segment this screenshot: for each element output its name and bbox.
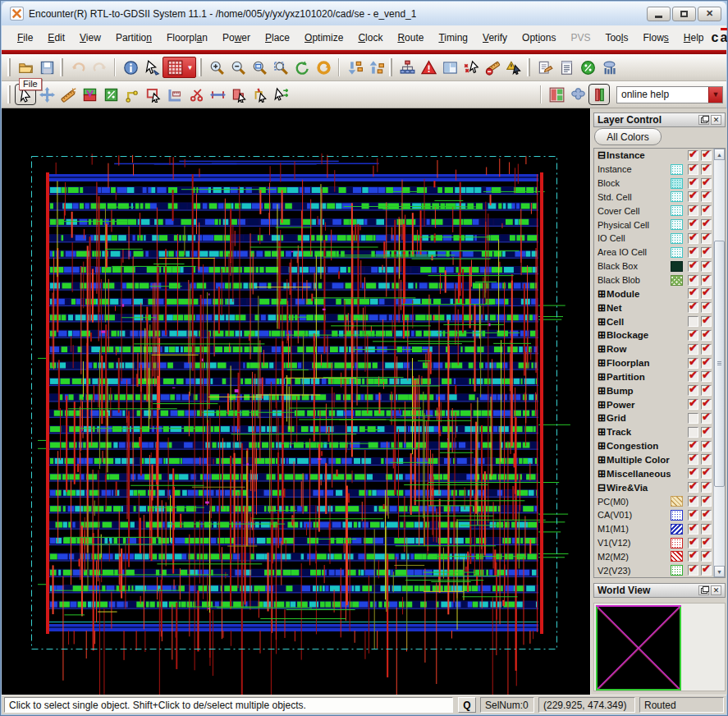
visible-checkbox[interactable]: ✔ (688, 288, 698, 299)
scroll-up-button[interactable]: ▲ (714, 149, 725, 160)
previous-view-button[interactable] (291, 57, 313, 78)
visible-checkbox[interactable]: ✔ (688, 482, 698, 493)
visible-checkbox[interactable]: ✔ (688, 441, 698, 452)
visible-checkbox[interactable]: ✔ (688, 496, 698, 507)
expand-icon[interactable]: ⊞ (598, 373, 606, 381)
layer-row-multiple-color[interactable]: ⊞Multiple Color✔✔ (595, 453, 713, 467)
toggle-panels-button[interactable] (588, 84, 610, 105)
layer-control-header[interactable]: Layer Control ✕ (593, 112, 726, 127)
attribute-select-button[interactable] (141, 57, 163, 78)
edit-rectilinear-tool-button[interactable] (164, 84, 185, 105)
selectable-checkbox[interactable]: ✔ (701, 178, 712, 189)
menu-place[interactable]: Place (258, 29, 297, 47)
zoom-selected-button[interactable] (270, 57, 291, 78)
selectable-checkbox[interactable]: ✔ (701, 385, 712, 396)
selectable-checkbox[interactable]: ✔ (701, 288, 712, 299)
layer-color-swatch[interactable] (671, 219, 683, 230)
menu-edit[interactable]: Edit (40, 29, 72, 47)
cut-wire-tool-button[interactable] (185, 84, 207, 105)
selectable-checkbox[interactable]: ✔ (701, 233, 712, 244)
toolbar-handle[interactable] (527, 58, 530, 76)
visible-checkbox[interactable]: ✔ (688, 164, 698, 175)
layer-color-swatch[interactable] (671, 247, 683, 258)
layer-row-module[interactable]: ⊞Module✔✔ (595, 287, 713, 301)
visible-checkbox[interactable]: ✔ (688, 150, 698, 161)
expand-icon[interactable]: ⊞ (598, 290, 606, 298)
selectable-checkbox[interactable]: ✔ (701, 427, 712, 438)
violation-cursor-button[interactable] (503, 57, 524, 78)
scroll-down-button[interactable]: ▼ (714, 566, 725, 577)
menu-help[interactable]: Help (676, 29, 712, 47)
visible-checkbox[interactable]: ✔ (688, 191, 698, 202)
layer-color-swatch[interactable] (671, 275, 683, 286)
menu-file[interactable]: File (10, 29, 40, 47)
selectable-checkbox[interactable]: ✔ (701, 441, 712, 452)
spread-view-button[interactable] (567, 84, 588, 105)
toolbar-handle[interactable] (7, 58, 11, 76)
info-button[interactable] (120, 57, 141, 78)
visible-checkbox[interactable]: ✔ (688, 205, 698, 216)
all-colors-button[interactable]: All Colors (594, 128, 662, 145)
remove-ruler-button[interactable] (482, 57, 503, 78)
charts-button[interactable] (598, 57, 620, 78)
layer-row-physical-cell[interactable]: Physical Cell✔✔ (595, 218, 713, 232)
world-view-map[interactable] (596, 605, 681, 691)
layer-row-grid[interactable]: ⊞Grid✔ (595, 411, 713, 425)
title-bar[interactable]: Encounter(R) RTL-to-GDSII System 11.1 - … (2, 2, 726, 25)
layer-color-swatch[interactable] (671, 524, 683, 535)
ruler-tool-button[interactable] (57, 84, 79, 105)
layer-row-black-box[interactable]: Black Box✔✔ (595, 259, 713, 273)
layer-row-instance[interactable]: Instance✔✔ (595, 163, 713, 177)
menu-timing[interactable]: Timing (431, 29, 475, 47)
layer-row-bump[interactable]: ⊞Bump✔✔ (595, 383, 713, 397)
violation-browser-button[interactable] (418, 57, 439, 78)
menu-power[interactable]: Power (215, 29, 258, 47)
selectable-checkbox[interactable]: ✔ (701, 344, 712, 355)
visible-checkbox[interactable]: ✔ (688, 344, 698, 355)
selectable-checkbox[interactable]: ✔ (701, 302, 712, 313)
layer-row-track[interactable]: ⊞Track✔ (595, 425, 713, 439)
visible-checkbox[interactable]: ✔ (688, 219, 698, 230)
layer-color-swatch[interactable] (671, 233, 683, 244)
layer-color-swatch[interactable] (671, 538, 683, 548)
toolbar-handle[interactable] (7, 85, 11, 103)
toolbar-handle[interactable] (60, 58, 63, 76)
selectable-checkbox[interactable]: ✔ (701, 358, 712, 369)
layer-list-scrollbar[interactable]: ▲ ▼ (713, 149, 725, 577)
expand-icon[interactable]: ⊞ (598, 331, 606, 339)
select-area-tool-button[interactable] (143, 84, 164, 105)
online-help-combo[interactable]: online help ▼ (616, 86, 723, 103)
selectable-checkbox[interactable]: ✔ (701, 399, 712, 410)
menu-partition[interactable]: Partition (108, 29, 159, 47)
layer-color-swatch[interactable] (671, 565, 683, 576)
visible-checkbox[interactable]: ✔ (688, 538, 698, 548)
selectable-checkbox[interactable]: ✔ (701, 261, 712, 272)
selectable-checkbox[interactable]: ✔ (701, 565, 712, 576)
design-browser-button[interactable] (396, 57, 418, 78)
menu-optimize[interactable]: Optimize (297, 29, 350, 47)
selectable-checkbox[interactable]: ✔ (701, 150, 712, 161)
selectable-checkbox[interactable]: ✔ (701, 454, 712, 465)
visible-checkbox[interactable]: ✔ (688, 399, 698, 410)
layer-row-congestion[interactable]: ⊞Congestion✔✔ (595, 439, 713, 453)
menu-tools[interactable]: Tools (598, 29, 635, 47)
toolbar-handle[interactable] (199, 58, 202, 76)
menu-flows[interactable]: Flows (635, 29, 675, 47)
expand-icon[interactable]: ⊞ (598, 318, 606, 326)
layer-row-area-io-cell[interactable]: Area IO Cell✔✔ (595, 246, 713, 259)
selectable-checkbox[interactable]: ✔ (701, 468, 712, 479)
layer-row-m2-m2-[interactable]: M2(M2)✔✔ (595, 549, 713, 563)
visible-checkbox[interactable]: ✔ (688, 330, 698, 341)
toolbar-handle[interactable] (389, 58, 392, 76)
selectable-checkbox[interactable]: ✔ (701, 316, 712, 327)
layer-color-swatch[interactable] (671, 551, 683, 562)
layer-row-ca-v01-[interactable]: CA(V01)✔✔ (595, 508, 713, 522)
visible-checkbox[interactable] (688, 316, 698, 327)
selectable-checkbox[interactable]: ✔ (701, 538, 712, 548)
menu-verify[interactable]: Verify (475, 29, 515, 47)
selectable-checkbox[interactable]: ✔ (701, 191, 712, 202)
layer-row-std-cell[interactable]: Std. Cell✔✔ (595, 190, 713, 204)
combo-dropdown-button[interactable]: ▼ (708, 87, 722, 103)
layer-color-swatch[interactable] (671, 261, 683, 272)
selectable-checkbox[interactable]: ✔ (701, 482, 712, 493)
